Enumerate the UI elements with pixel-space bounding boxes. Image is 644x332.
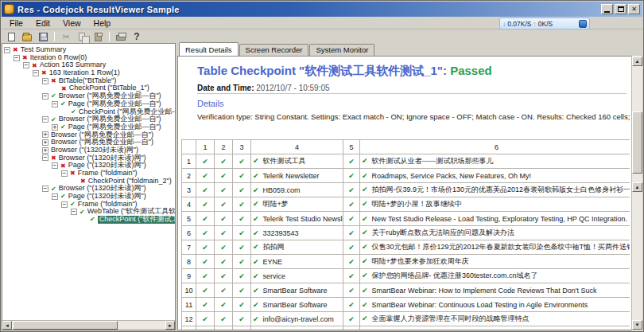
expand-toggle[interactable]: − <box>52 162 58 169</box>
scroll-left-button[interactable]: ◄ <box>2 321 12 330</box>
cell-c2[interactable]: ✔ <box>215 212 233 226</box>
content-vertical-scrollbar[interactable]: ▲ ▲ ▼ <box>631 56 642 330</box>
table-row[interactable]: 9✔✔✔✔service✔✔保护您的网络品牌- 优惠注册360tester.co… <box>182 269 630 283</box>
cell-c5[interactable]: ✔ <box>343 169 360 183</box>
menu-file[interactable]: File <box>3 18 29 29</box>
table-row[interactable]: 11✔✔✔✔SmartBear Software✔✔SmartBear Webi… <box>182 298 630 312</box>
cell-c3[interactable]: ✔ <box>233 197 251 212</box>
expand-toggle[interactable]: − <box>71 209 77 215</box>
scroll-right-button[interactable]: ► <box>165 321 175 330</box>
cell-c6[interactable]: ✔全面掌握人力资源管理在不同时段的战略管理特点 <box>360 312 630 326</box>
table-row[interactable]: 4✔✔✔✔明陆+梦✔✔明陆+梦的小屋！故事继续中 <box>182 197 630 212</box>
expand-toggle[interactable]: + <box>42 131 48 138</box>
cell-c2[interactable]: ✔ <box>215 240 233 255</box>
cell-c4[interactable]: ✔HB059.com <box>251 183 343 197</box>
expand-toggle[interactable]: − <box>23 62 29 68</box>
tab-result-details[interactable]: Result Details <box>179 42 239 56</box>
cell-c1[interactable]: ✔ <box>196 326 215 330</box>
scrollbar-thumb[interactable] <box>632 111 642 174</box>
expand-toggle[interactable]: − <box>33 70 39 76</box>
cell-c4[interactable]: ✔Telerik Test Studio Newsletter <box>251 212 343 226</box>
cell-c4[interactable]: ✔拍拍网 <box>251 240 343 255</box>
tab-system-monitor[interactable]: System Monitor <box>309 44 374 56</box>
cell-c6[interactable]: ✔软件测试从业者——测试职场那些事儿 <box>360 154 630 169</box>
cell-c3[interactable]: ✔ <box>233 183 251 197</box>
toolbar-button-paste[interactable] <box>91 31 105 43</box>
expand-toggle[interactable]: − <box>42 116 48 123</box>
tree-item[interactable]: −✖Test Summary <box>2 46 175 54</box>
cell-c6[interactable]: ✔明陆+梦也要来参加狂欢周年庆 <box>360 255 630 269</box>
cell-c2[interactable]: ✔ <box>215 255 233 269</box>
table-row[interactable]: 10✔✔✔✔SmartBear Software✔✔SmartBear Webi… <box>182 283 630 298</box>
net-speed-widget[interactable]: ↓ 0.07K/S ↑ 0K/S <box>499 18 590 29</box>
cell-c3[interactable]: ✔ <box>233 298 251 312</box>
cell-c4[interactable]: ✔软件测试工具 <box>251 154 343 169</box>
cell-c5[interactable]: ✔ <box>343 240 360 255</box>
cell-c3[interactable]: ✔ <box>233 312 251 326</box>
toolbar-button-cut[interactable]: ✂ <box>59 31 73 43</box>
cell-c3[interactable]: ✔ <box>233 212 251 226</box>
cell-c1[interactable]: ✔ <box>196 269 215 283</box>
cell-c5[interactable]: ✔ <box>343 283 360 298</box>
cell-c2[interactable]: ✔ <box>215 312 233 326</box>
expand-toggle[interactable]: − <box>42 154 48 161</box>
cell-c6[interactable]: ✔Roadmaps, Service Packs, New Features, … <box>360 169 630 183</box>
cell-c5[interactable]: ✔ <box>343 197 360 212</box>
table-row[interactable]: 2✔✔✔✔Telerik Newsletter✔✔Roadmaps, Servi… <box>182 169 630 183</box>
table-row[interactable]: 13✔✔✔✔✔✔ <box>182 326 630 330</box>
cell-c2[interactable]: ✔ <box>215 197 233 212</box>
table-scroll-up-button[interactable]: ▲ <box>632 182 642 192</box>
cell-c5[interactable]: ✔ <box>343 312 360 326</box>
expand-toggle[interactable]: − <box>61 201 68 208</box>
column-header[interactable]: 5 <box>343 140 360 154</box>
toolbar-button-new[interactable] <box>4 31 18 43</box>
cell-c6[interactable]: ✔ <box>360 326 630 330</box>
table-row[interactable]: 1✔✔✔✔软件测试工具✔✔软件测试从业者——测试职场那些事儿 <box>182 154 630 169</box>
toolbar-button-copy[interactable] <box>75 31 89 43</box>
toolbar-button-print[interactable] <box>114 31 128 43</box>
title-bar[interactable]: Res - Codejock ResultViewer Sample ✕ <box>2 2 642 17</box>
scroll-down-button[interactable]: ▼ <box>632 320 642 330</box>
cell-c4[interactable]: ✔EYNE <box>251 255 343 269</box>
expand-toggle[interactable]: − <box>52 193 58 200</box>
cell-c6[interactable]: ✔保护您的网络品牌- 优惠注册360tester.com.cn域名了 <box>360 269 630 283</box>
tab-screen-recorder[interactable]: Screen Recorder <box>239 44 309 56</box>
expand-toggle[interactable]: − <box>61 170 68 177</box>
cell-c3[interactable]: ✔ <box>233 255 251 269</box>
expand-toggle[interactable]: − <box>42 93 48 100</box>
cell-c1[interactable]: ✔ <box>196 226 215 240</box>
column-header[interactable]: 4 <box>251 140 343 154</box>
tree-horizontal-scrollbar[interactable]: ◄ ► <box>2 320 175 330</box>
cell-c3[interactable]: ✔ <box>233 283 251 298</box>
cell-c6[interactable]: ✔明陆+梦的小屋！故事继续中 <box>360 197 630 212</box>
cell-c6[interactable]: ✔New Test Studio Release - Load Testing,… <box>360 212 630 226</box>
cell-c6[interactable]: ✔SmartBear Webinar: How to Implement Cod… <box>360 283 630 298</box>
expand-toggle[interactable]: − <box>4 47 10 53</box>
table-row[interactable]: 6✔✔✔✔332393543✔✔关于ruby断点数点无法响应的问题及解决办法 <box>182 226 630 240</box>
cell-c6[interactable]: ✔关于ruby断点数点无法响应的问题及解决办法 <box>360 226 630 240</box>
expand-toggle[interactable]: + <box>52 124 58 131</box>
expand-toggle[interactable]: − <box>52 101 58 107</box>
cell-c4[interactable]: ✔service <box>251 269 343 283</box>
table-row[interactable]: 8✔✔✔✔EYNE✔✔明陆+梦也要来参加狂欢周年庆 <box>182 255 630 269</box>
cell-c4[interactable]: ✔ <box>251 326 343 330</box>
cell-c5[interactable]: ✔ <box>343 183 360 197</box>
cell-c4[interactable]: ✔332393543 <box>251 226 343 240</box>
maximize-button[interactable] <box>615 4 627 14</box>
menu-help[interactable]: Help <box>87 18 118 29</box>
cell-c3[interactable]: ✔ <box>233 326 251 330</box>
cell-c2[interactable]: ✔ <box>215 283 233 298</box>
cell-c1[interactable]: ✔ <box>196 312 215 326</box>
cell-c2[interactable]: ✔ <box>215 183 233 197</box>
cell-c5[interactable]: ✔ <box>343 226 360 240</box>
cell-c3[interactable]: ✔ <box>233 269 251 283</box>
cell-c1[interactable]: ✔ <box>196 154 215 169</box>
cell-c4[interactable]: ✔info@aicyn-travel.com <box>251 312 343 326</box>
cell-c5[interactable]: ✔ <box>343 255 360 269</box>
cell-c2[interactable]: ✔ <box>215 269 233 283</box>
tree-item[interactable]: ✔CheckPoint ("软件测试工具软件 <box>2 216 175 224</box>
toolbar-button-help[interactable]: ? <box>130 31 144 43</box>
cell-c1[interactable]: ✔ <box>196 298 215 312</box>
expand-toggle[interactable]: − <box>42 78 48 84</box>
cell-c1[interactable]: ✔ <box>196 283 215 298</box>
